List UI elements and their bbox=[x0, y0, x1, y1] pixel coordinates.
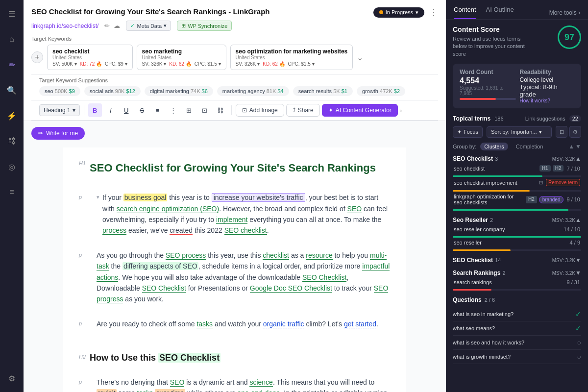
highlight-tasks2: tasks bbox=[137, 389, 153, 392]
tab-content[interactable]: Content bbox=[454, 6, 476, 19]
ai-content-generator-button[interactable]: ✦ AI Content Generator bbox=[322, 104, 398, 117]
question-item-1[interactable]: what is seo in marketing? ✓ bbox=[453, 307, 581, 321]
italic-button[interactable]: I bbox=[104, 103, 118, 117]
question-item-2[interactable]: what seo means? ✓ bbox=[453, 321, 581, 336]
questions-count: 2 / 6 bbox=[485, 297, 495, 303]
term-group-seo-checklist-14: SEO Checklist 14 MSV: 3.2K ▼ bbox=[453, 257, 581, 264]
topical-terms-header: Topical terms 186 Link suggestions 22 bbox=[453, 115, 581, 122]
heading-select[interactable]: Heading 1 ▾ bbox=[39, 104, 80, 116]
highlight-organic-traffic: organic traffic bbox=[263, 320, 304, 328]
suggestion-tag-seo[interactable]: seo 500K $9 bbox=[39, 86, 80, 96]
doc-url-link[interactable]: linkgraph.io/seo-checklist/ bbox=[31, 23, 98, 29]
toolbar-more-button[interactable]: › bbox=[400, 107, 402, 114]
group-clusters-button[interactable]: Clusters bbox=[480, 143, 508, 150]
editor-area[interactable]: H1 SEO Checklist for Growing Your Site's… bbox=[63, 147, 406, 392]
readability-link[interactable]: How it works? bbox=[520, 98, 574, 103]
keyword-card-1[interactable]: seo checklist United States SV: 500K ▾ K… bbox=[47, 45, 133, 70]
more-options-button[interactable]: ⋮ bbox=[429, 7, 438, 18]
group-row: Group by: Clusters Completion ▲ ▼ bbox=[453, 143, 581, 150]
question-item-3[interactable]: what is seo and how it works? ○ bbox=[453, 336, 581, 350]
uncheck-icon-3: ○ bbox=[577, 339, 581, 346]
tab-ai-outline[interactable]: AI Outline bbox=[486, 6, 514, 19]
ordered-list-button[interactable]: ⋮ bbox=[167, 103, 180, 117]
term-progress-fill-2 bbox=[453, 190, 530, 192]
keywords-collapse-button[interactable]: ⌄ bbox=[357, 53, 363, 62]
term-item-linkgraph: linkgraph optimization for seo checklist… bbox=[453, 194, 581, 205]
remove-term-button[interactable]: Remove term bbox=[546, 179, 580, 186]
suggestion-tag-growth[interactable]: growth 472K $2 bbox=[357, 86, 405, 96]
bold-button[interactable]: B bbox=[88, 103, 102, 117]
tg-chevron-2[interactable]: ▲ bbox=[575, 217, 581, 223]
unordered-list-button[interactable]: ≡ bbox=[151, 103, 165, 117]
badge-h2-2[interactable]: H2 bbox=[526, 196, 537, 203]
settings-icon[interactable]: ⚙ bbox=[4, 370, 20, 386]
para1-expand[interactable]: ▾ bbox=[97, 193, 99, 202]
menu-icon[interactable]: ☰ bbox=[4, 6, 20, 22]
term-progress-fill-3 bbox=[453, 209, 568, 211]
highlight-increase-traffic: increase your website's traffic bbox=[212, 193, 305, 202]
meta-data-button[interactable]: ✓ Meta Data ▾ bbox=[126, 21, 171, 31]
link-icon[interactable]: ⛓ bbox=[4, 133, 20, 149]
top-header: SEO Checklist for Growing Your Site's Se… bbox=[24, 0, 446, 121]
location-icon[interactable]: ◎ bbox=[4, 159, 20, 174]
tg-chevron-1[interactable]: ▲ bbox=[575, 155, 581, 162]
add-image-button[interactable]: ⊡ Add Image bbox=[236, 104, 284, 117]
more-tools-button[interactable]: More tools › bbox=[549, 9, 580, 16]
editor-wrapper: ✏ Write for me H1 SEO Checklist for Grow… bbox=[24, 121, 446, 392]
term-name-1: seo checklist bbox=[454, 166, 537, 172]
para2[interactable]: As you go through the SEO process this y… bbox=[97, 250, 391, 305]
term-item-search-rankings: search rankings 9 / 31 bbox=[453, 279, 581, 285]
para1[interactable]: If your business goal this year is to in… bbox=[102, 192, 391, 236]
group-up-arrow[interactable]: ▲ bbox=[568, 143, 574, 150]
home-icon[interactable]: ⌂ bbox=[4, 31, 20, 47]
h2-1-heading[interactable]: How to Use this SEO Checklist bbox=[90, 351, 220, 365]
lightning-icon[interactable]: ⚡ bbox=[4, 108, 20, 123]
sort-button[interactable]: Sort by: Importan... ▾ bbox=[487, 126, 552, 138]
group-down-arrow[interactable]: ▼ bbox=[575, 143, 581, 150]
panel-tabs: Content AI Outline More tools › bbox=[446, 0, 588, 20]
badge-h1[interactable]: H1 bbox=[539, 165, 551, 172]
highlight-get-started: get started bbox=[344, 320, 376, 328]
share-button[interactable]: ⤴ Share bbox=[286, 104, 320, 117]
settings-terms-icon[interactable]: ⚙ bbox=[569, 126, 581, 138]
suggestion-tag-search-results[interactable]: search results 5K $1 bbox=[293, 86, 353, 96]
edit-url-icon[interactable]: ✏ bbox=[104, 22, 110, 29]
suggestion-tag-marketing-agency[interactable]: marketing agency 81K $4 bbox=[217, 86, 289, 96]
term-name-4: seo reseller company bbox=[454, 226, 561, 232]
term-progress-4 bbox=[453, 236, 581, 238]
keyword-card-3[interactable]: seo optimization for marketing websites … bbox=[230, 45, 353, 70]
doc-meta: linkgraph.io/seo-checklist/ ✏ ☁ ✓ Meta D… bbox=[31, 21, 438, 31]
focus-button[interactable]: ✦ Focus bbox=[453, 126, 483, 138]
list-icon[interactable]: ≡ bbox=[4, 184, 20, 200]
keyword-card-2[interactable]: seo marketing United States SV: 326K ▾ K… bbox=[137, 45, 226, 70]
write-for-me-button[interactable]: ✏ Write for me bbox=[31, 127, 85, 140]
suggestion-tag-digital-marketing[interactable]: digital marketing 74K $6 bbox=[145, 86, 213, 96]
h1-heading[interactable]: SEO Checklist for Growing Your Site's Se… bbox=[90, 159, 376, 176]
image-button[interactable]: ⊡ bbox=[198, 103, 212, 117]
strikethrough-button[interactable]: S bbox=[135, 103, 149, 117]
highlight-seo2: SEO bbox=[170, 378, 185, 387]
search-icon[interactable]: 🔍 bbox=[4, 82, 20, 98]
suggestion-tag-social-ads[interactable]: social ads 98K $12 bbox=[84, 86, 141, 96]
term-score-3: 9 / 10 bbox=[566, 196, 580, 202]
add-keyword-button[interactable]: + bbox=[31, 51, 43, 63]
tg-chevron-4[interactable]: ▼ bbox=[575, 270, 581, 276]
tg-chevron-3[interactable]: ▼ bbox=[575, 257, 581, 264]
cloud-icon[interactable]: ☁ bbox=[114, 22, 120, 29]
badge-h2[interactable]: H2 bbox=[553, 165, 564, 172]
question-item-4[interactable]: what is growth mindset? ○ bbox=[453, 350, 581, 364]
copy-icon[interactable]: ⊡ bbox=[556, 126, 567, 138]
para1-label: p bbox=[79, 192, 93, 202]
underline-button[interactable]: U bbox=[120, 103, 133, 117]
edit-icon[interactable]: ✏ bbox=[4, 57, 20, 73]
link-button[interactable]: ⛓ bbox=[214, 103, 227, 117]
para3[interactable]: Are you ready to check off some tasks an… bbox=[97, 318, 378, 329]
link-suggestions-label[interactable]: Link suggestions bbox=[525, 116, 565, 122]
term-group-search-rankings: Search Rankings 2 MSV: 3.2K ▼ search ran… bbox=[453, 270, 581, 291]
wp-sync-button[interactable]: ⊞ WP Synchronize bbox=[177, 21, 232, 31]
table-button[interactable]: ⊞ bbox=[182, 103, 196, 117]
status-badge[interactable]: In Progress ▾ bbox=[373, 7, 424, 18]
group-completion-button[interactable]: Completion bbox=[512, 143, 547, 150]
para4[interactable]: There's no denying that SEO is a dynamic… bbox=[97, 377, 391, 392]
highlight-business-goal: business goal bbox=[123, 194, 168, 201]
